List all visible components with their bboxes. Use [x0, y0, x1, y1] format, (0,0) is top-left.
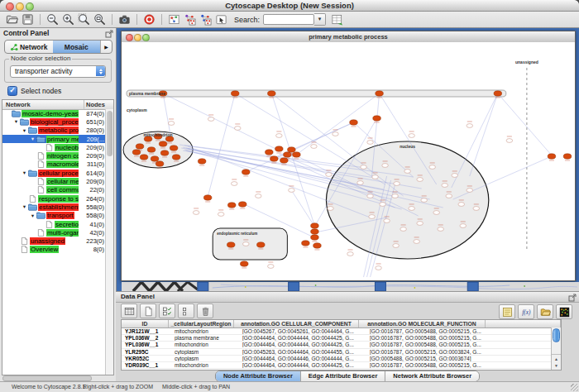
unselect-attributes-button[interactable] [178, 304, 194, 318]
selected-network-node[interactable] [268, 91, 276, 96]
network-node[interactable] [452, 174, 458, 178]
import-file-button[interactable] [537, 304, 553, 319]
table-scrollbar-arrows[interactable]: ▲▼ [552, 354, 561, 370]
network-node[interactable] [347, 252, 354, 256]
tree-row-cellular-metabo[interactable]: cellular metabo209(0) [2, 177, 106, 185]
network-node[interactable] [168, 122, 175, 126]
network-edge[interactable] [296, 93, 379, 155]
selected-network-node[interactable] [159, 141, 167, 146]
selected-network-node[interactable] [302, 241, 310, 246]
selected-network-node[interactable] [373, 116, 381, 121]
selected-network-node[interactable] [160, 151, 169, 155]
network-node[interactable] [446, 194, 452, 198]
selected-network-node[interactable] [227, 203, 236, 208]
network-node[interactable] [255, 194, 261, 198]
apply-vizmap-button[interactable] [198, 12, 213, 26]
float-data-panel-icon[interactable] [568, 294, 577, 302]
selected-network-node[interactable] [275, 146, 284, 151]
table-row-yjr121w-1[interactable]: YJR121W__1mitochondrion[GO:0045267, GO:0… [122, 328, 561, 335]
selected-network-node[interactable] [147, 147, 156, 152]
network-node[interactable] [382, 164, 389, 168]
selected-network-node[interactable] [494, 91, 502, 96]
tree-row-biological-process[interactable]: ▼biological_process651(0) [2, 117, 106, 126]
selected-network-node[interactable] [293, 152, 301, 157]
selected-network-node[interactable] [231, 91, 239, 96]
network-node[interactable] [438, 227, 444, 232]
zoom-window-button[interactable] [26, 2, 34, 11]
selected-network-node[interactable] [203, 195, 212, 200]
selected-network-node[interactable] [311, 229, 319, 234]
table-row-ylr295c[interactable]: YLR295Ccytoplasm[GO:0045263, GO:0044464,… [122, 349, 561, 356]
network-node[interactable] [460, 224, 467, 228]
network-node[interactable] [409, 207, 415, 211]
more-tabs-button[interactable]: ▶ [100, 41, 112, 53]
tree-expander-icon[interactable]: ▼ [21, 204, 28, 209]
select-nodes-checkbox[interactable]: ✓ [7, 86, 17, 96]
selected-network-node[interactable] [266, 150, 274, 155]
network-node[interactable] [392, 194, 399, 198]
network-node[interactable] [367, 141, 374, 145]
network-node[interactable] [467, 124, 473, 128]
selected-network-node[interactable] [172, 155, 180, 160]
network-node[interactable] [326, 173, 333, 177]
selected-network-node[interactable] [548, 154, 556, 159]
plasma-membrane-region[interactable] [127, 90, 506, 97]
selected-network-node[interactable] [242, 170, 250, 174]
network-node[interactable] [333, 132, 339, 136]
apply-layout-button[interactable] [182, 12, 198, 26]
tree-row-transport[interactable]: ▼transport558(0) [2, 212, 106, 220]
network-node[interactable] [442, 184, 448, 188]
selected-network-node[interactable] [140, 155, 148, 160]
attribute-table-button[interactable] [121, 304, 137, 318]
tree-row-primary-metabolic[interactable]: ▼primary metabolic209(... [2, 135, 106, 143]
zoom-fit-button[interactable] [92, 12, 108, 26]
network-node[interactable] [414, 240, 420, 244]
network-edge[interactable] [498, 93, 553, 156]
tab-network-attribute-browser[interactable]: Network Attribute Browser [385, 371, 479, 381]
network-node[interactable] [400, 227, 407, 232]
network-node[interactable] [231, 182, 237, 186]
network-node[interactable] [380, 203, 386, 207]
column-header-annotation-go-cellular-component[interactable]: annotation.GO CELLULAR_COMPONENT [234, 320, 359, 327]
network-node[interactable] [376, 266, 382, 270]
selected-network-node[interactable] [132, 150, 141, 155]
zoom-view-button[interactable] [142, 34, 150, 41]
table-scrollbar[interactable]: ▲▼ [551, 327, 561, 370]
tab-network[interactable]: Network [5, 41, 53, 53]
network-node[interactable] [328, 207, 334, 211]
tree-expander-icon[interactable]: ▼ [29, 213, 36, 218]
tab-node-attribute-browser[interactable]: Node Attribute Browser [216, 371, 300, 381]
save-session-button[interactable] [20, 12, 36, 26]
tree-expander-icon[interactable]: ▼ [21, 170, 28, 175]
network-edge[interactable] [291, 190, 314, 227]
column-header-id[interactable]: ID [122, 320, 169, 327]
network-node[interactable] [268, 265, 275, 269]
network-window-titlebar[interactable]: primary metabolic process [122, 31, 575, 43]
tree-row-nucleobase[interactable]: nucleobase-209(0) [2, 143, 106, 151]
network-node[interactable] [193, 211, 199, 215]
search-dropdown-button[interactable]: ▾ [314, 13, 326, 26]
network-node[interactable] [417, 178, 423, 182]
new-attribute-button[interactable] [140, 304, 156, 318]
tab-edge-attribute-browser[interactable]: Edge Attribute Browser [300, 371, 385, 381]
selected-network-node[interactable] [280, 158, 289, 163]
network-overview-button[interactable] [166, 12, 182, 26]
minimize-window-button[interactable] [16, 2, 24, 11]
network-canvas[interactable]: plasma membrane cytoplasm mitochondrion … [122, 42, 575, 280]
network-node[interactable] [208, 117, 214, 122]
network-edge[interactable] [470, 93, 498, 176]
network-node[interactable] [369, 215, 376, 219]
column-header-cellularlayoutregion[interactable]: _cellularLayoutRegion [169, 320, 234, 327]
table-scrollbar-thumb[interactable] [553, 328, 560, 342]
network-node[interactable] [404, 170, 411, 174]
function-builder-button[interactable]: f(x) [518, 304, 534, 319]
tree-row-metabolic-process[interactable]: ▼metabolic process280(0) [2, 127, 106, 135]
network-node[interactable] [372, 175, 379, 179]
selected-network-node[interactable] [240, 261, 248, 266]
selected-network-node[interactable] [311, 235, 319, 240]
selected-network-node[interactable] [156, 161, 164, 166]
network-node[interactable] [433, 211, 440, 215]
network-node[interactable] [367, 194, 374, 198]
selected-network-node[interactable] [284, 152, 292, 157]
network-node[interactable] [289, 189, 295, 193]
